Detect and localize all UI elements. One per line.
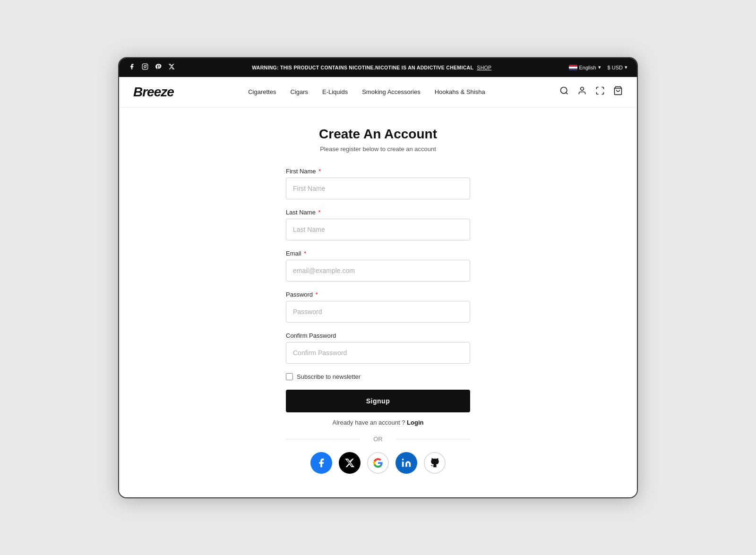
- password-label: Password *: [286, 291, 470, 298]
- chevron-down-icon: ▾: [598, 64, 601, 70]
- flag-icon: [569, 65, 577, 70]
- password-group: Password *: [286, 291, 470, 323]
- email-group: Email *: [286, 250, 470, 282]
- svg-point-3: [560, 87, 567, 94]
- newsletter-row: Subscribe to newsletter: [286, 373, 470, 380]
- confirm-password-label: Confirm Password: [286, 332, 470, 339]
- social-links: [129, 63, 175, 71]
- nav-links: Cigarettes Cigars E-Liquids Smoking Acce…: [248, 88, 485, 95]
- page-title: Create An Account: [129, 127, 627, 142]
- last-name-input[interactable]: [286, 219, 470, 240]
- social-login-facebook[interactable]: [310, 452, 332, 474]
- login-link[interactable]: Login: [407, 419, 423, 426]
- device-frame: WARNING: THIS PRODUCT CONTAINS NICOTINE.…: [118, 57, 638, 498]
- nav-item-cigars[interactable]: Cigars: [290, 88, 308, 95]
- language-selector[interactable]: English ▾: [569, 64, 601, 70]
- brand-logo[interactable]: Breeze: [133, 85, 174, 100]
- svg-point-1: [144, 66, 146, 68]
- page-subtitle: Please register below to create an accou…: [129, 145, 627, 153]
- social-login-github[interactable]: [424, 452, 446, 474]
- nav-bar: Breeze Cigarettes Cigars E-Liquids Smoki…: [119, 77, 637, 108]
- social-login-linkedin[interactable]: [395, 452, 417, 474]
- shop-link[interactable]: SHOP: [477, 65, 491, 70]
- account-icon[interactable]: [577, 86, 587, 98]
- chevron-down-icon: ▾: [625, 64, 627, 70]
- first-name-group: First Name *: [286, 168, 470, 199]
- confirm-password-group: Confirm Password: [286, 332, 470, 364]
- social-login-row: [286, 452, 470, 474]
- nav-icons: [559, 86, 623, 98]
- nav-item-eliquids[interactable]: E-Liquids: [322, 88, 348, 95]
- signup-button[interactable]: Signup: [286, 390, 470, 412]
- register-form: First Name * Last Name * Email *: [286, 168, 470, 474]
- nav-item-hookahs[interactable]: Hookahs & Shisha: [435, 88, 485, 95]
- nav-item-smoking-accessories[interactable]: Smoking Accessories: [362, 88, 421, 95]
- x-icon[interactable]: [168, 63, 175, 71]
- facebook-icon[interactable]: [129, 63, 135, 71]
- confirm-password-input[interactable]: [286, 342, 470, 364]
- warning-banner: WARNING: THIS PRODUCT CONTAINS NICOTINE.…: [175, 65, 569, 70]
- newsletter-checkbox[interactable]: [286, 373, 293, 380]
- compare-icon[interactable]: [595, 86, 605, 98]
- svg-rect-6: [402, 461, 404, 467]
- required-marker: *: [318, 209, 321, 216]
- last-name-group: Last Name *: [286, 209, 470, 240]
- required-marker: *: [304, 250, 306, 257]
- newsletter-label[interactable]: Subscribe to newsletter: [297, 373, 361, 380]
- login-prompt: Already have an account ? Login: [286, 419, 470, 426]
- required-marker: *: [318, 168, 321, 175]
- social-login-google[interactable]: [367, 452, 389, 474]
- email-label: Email *: [286, 250, 470, 257]
- search-icon[interactable]: [559, 86, 569, 98]
- svg-rect-0: [142, 64, 148, 69]
- or-divider: OR: [286, 435, 470, 443]
- required-marker: *: [316, 291, 318, 298]
- password-input[interactable]: [286, 301, 470, 323]
- social-login-x[interactable]: [339, 452, 361, 474]
- first-name-label: First Name *: [286, 168, 470, 175]
- svg-point-4: [581, 87, 584, 91]
- top-bar-right: English ▾ $ USD ▾: [569, 64, 627, 70]
- svg-point-2: [146, 65, 147, 66]
- instagram-icon[interactable]: [142, 63, 148, 71]
- svg-point-7: [402, 458, 404, 460]
- nav-item-cigarettes[interactable]: Cigarettes: [248, 88, 276, 95]
- top-bar: WARNING: THIS PRODUCT CONTAINS NICOTINE.…: [119, 58, 637, 77]
- last-name-label: Last Name *: [286, 209, 470, 216]
- main-content: Create An Account Please register below …: [119, 108, 637, 497]
- currency-selector[interactable]: $ USD ▾: [608, 64, 627, 70]
- email-input[interactable]: [286, 260, 470, 282]
- first-name-input[interactable]: [286, 178, 470, 199]
- pinterest-icon[interactable]: [155, 63, 162, 71]
- cart-icon[interactable]: [613, 86, 623, 98]
